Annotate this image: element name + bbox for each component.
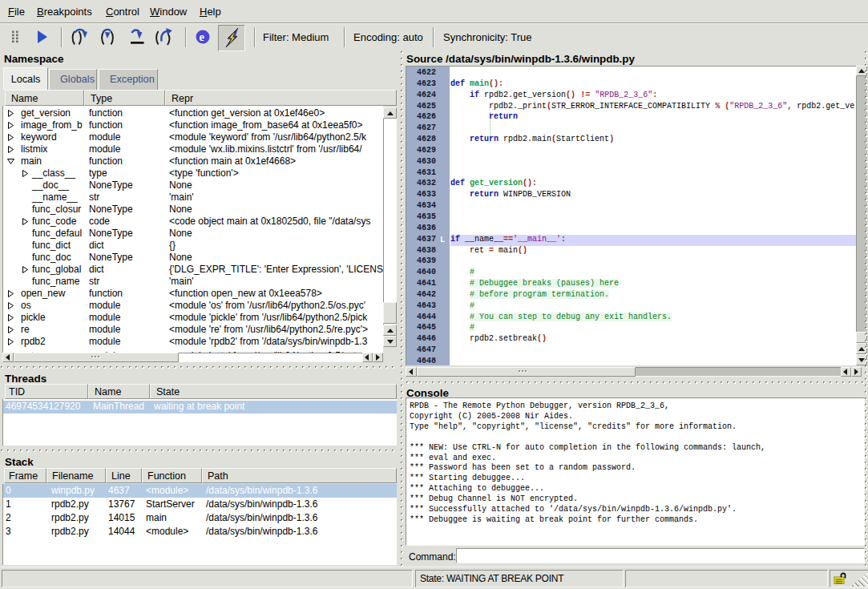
svg-text:e: e (200, 30, 205, 43)
